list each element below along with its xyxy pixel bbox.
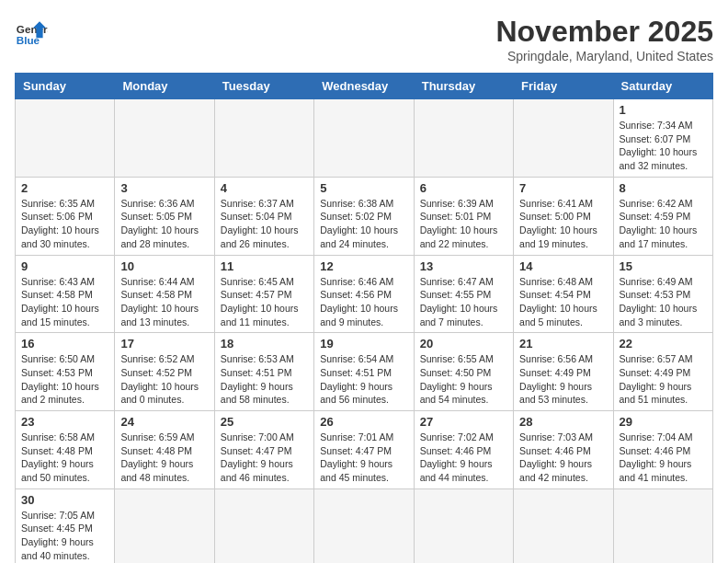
day-info: Sunrise: 7:03 AM Sunset: 4:46 PM Dayligh…	[519, 431, 607, 485]
calendar-cell: 12Sunrise: 6:46 AM Sunset: 4:56 PM Dayli…	[314, 255, 414, 333]
calendar-cell	[115, 488, 214, 563]
calendar-cell: 22Sunrise: 6:57 AM Sunset: 4:49 PM Dayli…	[613, 333, 712, 411]
calendar-cell: 16Sunrise: 6:50 AM Sunset: 4:53 PM Dayli…	[16, 333, 115, 411]
calendar-week-row: 1Sunrise: 7:34 AM Sunset: 6:07 PM Daylig…	[16, 99, 713, 178]
calendar-week-row: 23Sunrise: 6:58 AM Sunset: 4:48 PM Dayli…	[16, 411, 713, 489]
day-info: Sunrise: 6:48 AM Sunset: 4:54 PM Dayligh…	[519, 275, 607, 329]
calendar-cell	[414, 488, 513, 563]
calendar-week-row: 16Sunrise: 6:50 AM Sunset: 4:53 PM Dayli…	[16, 333, 713, 411]
calendar-cell	[214, 488, 313, 563]
svg-text:General: General	[17, 23, 48, 35]
day-number: 17	[120, 337, 208, 350]
calendar-cell: 5Sunrise: 6:38 AM Sunset: 5:02 PM Daylig…	[314, 177, 414, 255]
calendar-cell: 7Sunrise: 6:41 AM Sunset: 5:00 PM Daylig…	[514, 177, 613, 255]
logo-icon: General Blue	[15, 15, 48, 48]
day-info: Sunrise: 6:44 AM Sunset: 4:58 PM Dayligh…	[120, 275, 208, 329]
day-info: Sunrise: 7:00 AM Sunset: 4:47 PM Dayligh…	[221, 431, 308, 485]
day-number: 22	[620, 337, 707, 350]
calendar-header-row: SundayMondayTuesdayWednesdayThursdayFrid…	[16, 74, 713, 99]
day-number: 14	[519, 259, 607, 273]
calendar-cell	[414, 99, 513, 178]
day-header-saturday: Saturday	[613, 74, 712, 99]
logo: General Blue	[15, 15, 48, 48]
day-number: 8	[620, 181, 707, 195]
day-info: Sunrise: 7:05 AM Sunset: 4:45 PM Dayligh…	[21, 509, 108, 563]
calendar-cell: 8Sunrise: 6:42 AM Sunset: 4:59 PM Daylig…	[613, 177, 712, 255]
day-number: 1	[620, 103, 707, 117]
calendar-cell: 17Sunrise: 6:52 AM Sunset: 4:52 PM Dayli…	[115, 333, 214, 411]
calendar-cell: 30Sunrise: 7:05 AM Sunset: 4:45 PM Dayli…	[16, 488, 115, 563]
day-info: Sunrise: 6:41 AM Sunset: 5:00 PM Dayligh…	[519, 197, 607, 251]
day-number: 30	[21, 493, 108, 507]
day-number: 27	[420, 415, 507, 429]
calendar-week-row: 9Sunrise: 6:43 AM Sunset: 4:58 PM Daylig…	[16, 255, 713, 333]
day-number: 28	[519, 415, 607, 429]
day-info: Sunrise: 6:39 AM Sunset: 5:01 PM Dayligh…	[420, 197, 507, 251]
day-number: 19	[320, 337, 407, 350]
calendar-cell	[514, 99, 613, 178]
calendar-cell: 18Sunrise: 6:53 AM Sunset: 4:51 PM Dayli…	[214, 333, 313, 411]
day-number: 20	[420, 337, 507, 350]
calendar-cell: 26Sunrise: 7:01 AM Sunset: 4:47 PM Dayli…	[314, 411, 414, 489]
day-info: Sunrise: 6:57 AM Sunset: 4:49 PM Dayligh…	[620, 352, 707, 407]
calendar-subtitle: Springdale, Maryland, United States	[495, 49, 713, 63]
calendar-cell: 13Sunrise: 6:47 AM Sunset: 4:55 PM Dayli…	[414, 255, 513, 333]
day-number: 9	[21, 259, 108, 273]
calendar-cell: 4Sunrise: 6:37 AM Sunset: 5:04 PM Daylig…	[214, 177, 313, 255]
day-info: Sunrise: 6:47 AM Sunset: 4:55 PM Dayligh…	[420, 275, 507, 329]
calendar-cell: 1Sunrise: 7:34 AM Sunset: 6:07 PM Daylig…	[613, 99, 712, 178]
day-info: Sunrise: 6:53 AM Sunset: 4:51 PM Dayligh…	[221, 352, 308, 407]
calendar-title: November 2025	[495, 15, 713, 49]
calendar-week-row: 2Sunrise: 6:35 AM Sunset: 5:06 PM Daylig…	[16, 177, 713, 255]
day-number: 2	[21, 181, 108, 195]
day-info: Sunrise: 6:43 AM Sunset: 4:58 PM Dayligh…	[21, 275, 108, 329]
calendar-cell: 28Sunrise: 7:03 AM Sunset: 4:46 PM Dayli…	[514, 411, 613, 489]
calendar-cell: 6Sunrise: 6:39 AM Sunset: 5:01 PM Daylig…	[414, 177, 513, 255]
calendar-cell: 14Sunrise: 6:48 AM Sunset: 4:54 PM Dayli…	[514, 255, 613, 333]
day-info: Sunrise: 6:49 AM Sunset: 4:53 PM Dayligh…	[620, 275, 707, 329]
day-number: 16	[21, 337, 108, 350]
day-info: Sunrise: 6:52 AM Sunset: 4:52 PM Dayligh…	[120, 352, 208, 407]
calendar-cell: 21Sunrise: 6:56 AM Sunset: 4:49 PM Dayli…	[514, 333, 613, 411]
day-info: Sunrise: 6:42 AM Sunset: 4:59 PM Dayligh…	[620, 197, 707, 251]
day-info: Sunrise: 6:59 AM Sunset: 4:48 PM Dayligh…	[120, 431, 208, 485]
day-number: 29	[620, 415, 707, 429]
calendar-cell	[214, 99, 313, 178]
calendar-cell: 23Sunrise: 6:58 AM Sunset: 4:48 PM Dayli…	[16, 411, 115, 489]
day-number: 15	[620, 259, 707, 273]
day-header-wednesday: Wednesday	[314, 74, 414, 99]
day-number: 4	[221, 181, 308, 195]
calendar-cell: 24Sunrise: 6:59 AM Sunset: 4:48 PM Dayli…	[115, 411, 214, 489]
day-number: 23	[21, 415, 108, 429]
calendar-cell	[314, 488, 414, 563]
calendar-cell: 9Sunrise: 6:43 AM Sunset: 4:58 PM Daylig…	[16, 255, 115, 333]
day-number: 3	[120, 181, 208, 195]
day-header-thursday: Thursday	[414, 74, 513, 99]
day-number: 5	[320, 181, 407, 195]
calendar-cell	[514, 488, 613, 563]
page-header: General Blue November 2025 Springdale, M…	[15, 15, 713, 63]
day-info: Sunrise: 6:38 AM Sunset: 5:02 PM Dayligh…	[320, 197, 407, 251]
calendar-cell: 25Sunrise: 7:00 AM Sunset: 4:47 PM Dayli…	[214, 411, 313, 489]
title-section: November 2025 Springdale, Maryland, Unit…	[495, 15, 713, 63]
day-header-sunday: Sunday	[16, 74, 115, 99]
calendar-cell: 29Sunrise: 7:04 AM Sunset: 4:46 PM Dayli…	[613, 411, 712, 489]
calendar-cell	[613, 488, 712, 563]
day-number: 12	[320, 259, 407, 273]
calendar-cell: 15Sunrise: 6:49 AM Sunset: 4:53 PM Dayli…	[613, 255, 712, 333]
calendar-cell: 19Sunrise: 6:54 AM Sunset: 4:51 PM Dayli…	[314, 333, 414, 411]
day-number: 7	[519, 181, 607, 195]
calendar-cell	[16, 99, 115, 178]
calendar-cell: 10Sunrise: 6:44 AM Sunset: 4:58 PM Dayli…	[115, 255, 214, 333]
day-number: 25	[221, 415, 308, 429]
day-info: Sunrise: 7:34 AM Sunset: 6:07 PM Dayligh…	[620, 119, 707, 173]
day-info: Sunrise: 7:04 AM Sunset: 4:46 PM Dayligh…	[620, 431, 707, 485]
day-info: Sunrise: 6:46 AM Sunset: 4:56 PM Dayligh…	[320, 275, 407, 329]
calendar-cell	[115, 99, 214, 178]
day-info: Sunrise: 6:50 AM Sunset: 4:53 PM Dayligh…	[21, 352, 108, 407]
day-number: 21	[519, 337, 607, 350]
day-info: Sunrise: 6:37 AM Sunset: 5:04 PM Dayligh…	[221, 197, 308, 251]
calendar-cell: 27Sunrise: 7:02 AM Sunset: 4:46 PM Dayli…	[414, 411, 513, 489]
day-number: 26	[320, 415, 407, 429]
day-number: 6	[420, 181, 507, 195]
